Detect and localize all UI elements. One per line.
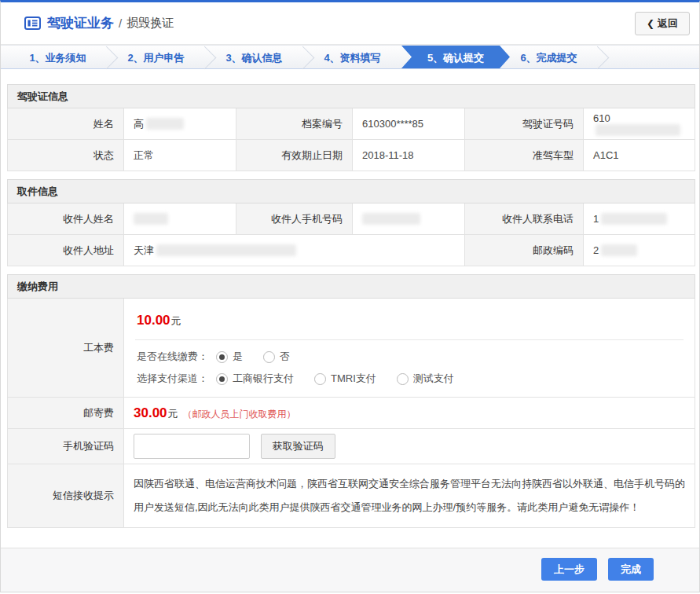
vehicle-class-value: A1C1	[584, 140, 695, 171]
finish-button[interactable]: 完成	[608, 558, 654, 581]
online-pay-yes-option[interactable]: 是	[216, 350, 243, 364]
page-container: 驾驶证业务 / 损毁换证 ❮ 返回 1、业务须知 2、用户申告 3、确认信息 4…	[0, 0, 700, 592]
step-wizard: 1、业务须知 2、用户申告 3、确认信息 4、资料填写 5、确认提交 6、完成提…	[1, 45, 699, 69]
redacted-text	[134, 213, 168, 225]
recipient-address-label: 收件人地址	[8, 235, 124, 266]
recipient-phone-value: 1	[584, 204, 695, 235]
pickup-section-title: 取件信息	[8, 180, 695, 204]
pay-channel-option-row: 选择支付渠道： 工商银行支付 TMRI支付 测试支付	[137, 372, 684, 386]
back-button-label: 返回	[658, 16, 678, 31]
expiry-date-label: 有效期止日期	[236, 140, 353, 171]
table-row: 短信接收提示 因陕西省联通、电信运营商技术问题，陕西省互联网交通安全综合服务管理…	[8, 464, 695, 528]
recipient-mobile-label: 收件人手机号码	[236, 204, 353, 235]
recipient-address-value: 天津	[124, 235, 465, 266]
license-section-title: 驾驶证信息	[8, 85, 695, 108]
sms-notice-label: 短信接收提示	[8, 464, 124, 528]
redacted-text	[156, 244, 296, 256]
vehicle-class-label: 准驾车型	[465, 140, 584, 171]
channel-icbc-option[interactable]: 工商银行支付	[216, 372, 294, 386]
channel-test-option[interactable]: 测试支付	[397, 372, 454, 386]
table-row: 收件人地址 天津 邮政编码 2	[8, 235, 695, 266]
step-6-complete-submit[interactable]: 6、完成提交	[500, 46, 598, 68]
captcha-cell: 获取验证码	[124, 429, 695, 464]
license-info-table: 驾驶证信息 姓名 高 档案编号 610300****85 驾驶证号码 610 状…	[7, 84, 695, 171]
previous-step-button[interactable]: 上一步	[541, 558, 597, 581]
table-row: 手机验证码 获取验证码	[8, 429, 695, 464]
table-row: 姓名 高 档案编号 610300****85 驾驶证号码 610	[8, 108, 695, 140]
production-fee-label: 工本费	[8, 299, 124, 398]
redacted-text	[596, 124, 680, 136]
channel-test-label: 测试支付	[413, 372, 454, 386]
status-value: 正常	[124, 140, 236, 171]
step-3-confirm-info[interactable]: 3、确认信息	[205, 46, 303, 68]
online-pay-label: 是否在线缴费：	[137, 350, 208, 364]
online-pay-yes-label: 是	[233, 350, 243, 364]
production-fee-cell: 10.00元 是否在线缴费： 是 否 选择支	[124, 299, 695, 398]
license-number-label: 驾驶证号码	[465, 108, 584, 140]
recipient-name-label: 收件人姓名	[8, 204, 124, 235]
main-content: 驾驶证信息 姓名 高 档案编号 610300****85 驾驶证号码 610 状…	[1, 69, 699, 541]
back-button[interactable]: ❮ 返回	[635, 12, 690, 35]
channel-icbc-label: 工商银行支付	[233, 372, 294, 386]
radio-unchecked-icon[interactable]	[314, 373, 326, 385]
table-row: 收件人姓名 收件人手机号码 收件人联系电话 1	[8, 204, 695, 235]
step-2-user-declaration[interactable]: 2、用户申告	[107, 46, 205, 68]
get-captcha-button[interactable]: 获取验证码	[261, 434, 335, 459]
radio-checked-icon[interactable]	[216, 351, 228, 363]
breadcrumb-separator: /	[119, 16, 122, 30]
license-number-value: 610	[584, 108, 695, 140]
postage-fee-value: 30.00元（邮政人员上门收取费用）	[124, 398, 695, 429]
recipient-name-value	[124, 204, 236, 235]
radio-unchecked-icon[interactable]	[263, 351, 275, 363]
table-row: 状态 正常 有效期止日期 2018-11-18 准驾车型 A1C1	[8, 140, 695, 171]
fees-section-title: 缴纳费用	[8, 275, 695, 299]
status-label: 状态	[8, 140, 124, 171]
channel-tmri-option[interactable]: TMRI支付	[314, 372, 376, 386]
app-title: 驾驶证业务	[47, 14, 114, 32]
online-pay-option-row: 是否在线缴费： 是 否	[137, 350, 684, 364]
captcha-label: 手机验证码	[8, 429, 124, 464]
captcha-input[interactable]	[134, 434, 250, 459]
file-number-value: 610300****85	[353, 108, 465, 140]
zip-code-label: 邮政编码	[465, 235, 584, 266]
online-pay-no-label: 否	[280, 350, 290, 364]
recipient-phone-label: 收件人联系电话	[465, 204, 584, 235]
step-5-confirm-submit[interactable]: 5、确认提交	[401, 46, 510, 68]
redacted-text	[362, 213, 420, 225]
postage-fee-label: 邮寄费	[8, 398, 124, 429]
step-4-fill-materials[interactable]: 4、资料填写	[303, 46, 401, 68]
table-row: 工本费 10.00元 是否在线缴费： 是 否	[8, 299, 695, 398]
redacted-text	[146, 118, 184, 130]
table-row: 邮寄费 30.00元（邮政人员上门收取费用）	[8, 398, 695, 429]
pickup-info-table: 取件信息 收件人姓名 收件人手机号码 收件人联系电话 1 收件人地址 天津 邮政…	[7, 179, 695, 266]
radio-unchecked-icon[interactable]	[397, 373, 409, 385]
redacted-text	[601, 244, 637, 256]
production-fee-amount: 10.00元	[135, 308, 684, 340]
breadcrumb-current: 损毁换证	[126, 16, 174, 31]
zip-code-value: 2	[584, 235, 695, 266]
redacted-text	[601, 213, 667, 225]
name-value: 高	[124, 108, 236, 140]
step-1-business-notice[interactable]: 1、业务须知	[9, 46, 107, 68]
postage-fee-note: （邮政人员上门收取费用）	[183, 409, 296, 420]
chevron-left-icon: ❮	[647, 18, 654, 29]
recipient-mobile-value	[353, 204, 465, 235]
page-header: 驾驶证业务 / 损毁换证 ❮ 返回	[1, 2, 699, 45]
fees-table: 缴纳费用 工本费 10.00元 是否在线缴费： 是	[7, 274, 695, 528]
sms-notice-text: 因陕西省联通、电信运营商技术问题，陕西省互联网交通安全综合服务管理平台无法向持陕…	[124, 464, 695, 528]
license-list-icon	[24, 16, 41, 30]
radio-checked-icon[interactable]	[216, 373, 228, 385]
name-label: 姓名	[8, 108, 124, 140]
footer-actions: 上一步 完成	[1, 548, 699, 592]
expiry-date-value: 2018-11-18	[353, 140, 465, 171]
online-pay-no-option[interactable]: 否	[263, 350, 290, 364]
file-number-label: 档案编号	[236, 108, 353, 140]
channel-tmri-label: TMRI支付	[331, 372, 376, 386]
pay-channel-label: 选择支付渠道：	[137, 372, 208, 386]
